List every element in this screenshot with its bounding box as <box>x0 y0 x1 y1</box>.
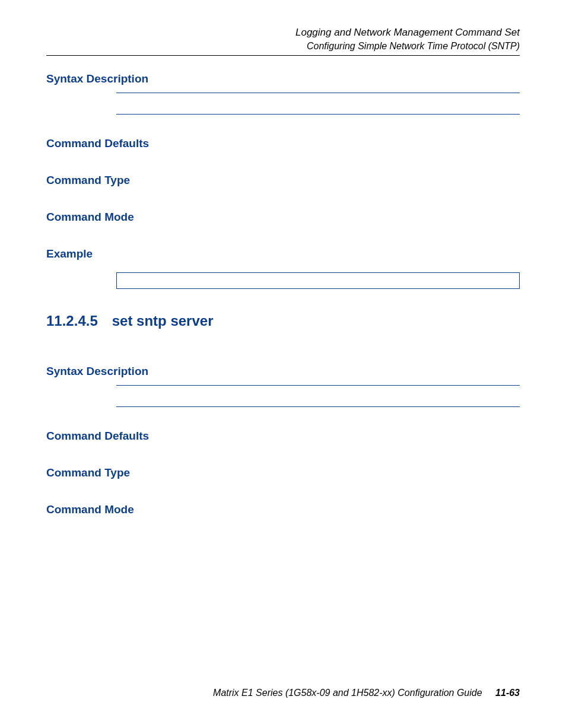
page-header: Logging and Network Management Command S… <box>46 27 520 52</box>
heading-example: Example <box>46 247 520 260</box>
heading-command-mode: Command Mode <box>46 211 520 224</box>
heading-command-type-2: Command Type <box>46 466 520 479</box>
syntax-description-table <box>116 93 520 115</box>
footer-page-number: 11-63 <box>495 688 520 698</box>
command-title: 11.2.4.5 set sntp server <box>46 313 520 329</box>
heading-syntax-description-2: Syntax Description <box>46 365 520 378</box>
header-rule <box>46 55 520 56</box>
heading-command-type: Command Type <box>46 174 520 187</box>
example-code-box <box>116 272 520 289</box>
heading-command-defaults: Command Defaults <box>46 137 520 150</box>
heading-command-defaults-2: Command Defaults <box>46 430 520 443</box>
heading-syntax-description: Syntax Description <box>46 72 520 85</box>
heading-command-mode-2: Command Mode <box>46 503 520 516</box>
page-footer: Matrix E1 Series (1G58x-09 and 1H582-xx)… <box>213 688 520 698</box>
header-section-title: Configuring Simple Network Time Protocol… <box>46 41 520 52</box>
header-chapter-title: Logging and Network Management Command S… <box>46 27 520 39</box>
footer-doc-title: Matrix E1 Series (1G58x-09 and 1H582-xx)… <box>213 688 482 698</box>
syntax-description-table-2 <box>116 385 520 407</box>
